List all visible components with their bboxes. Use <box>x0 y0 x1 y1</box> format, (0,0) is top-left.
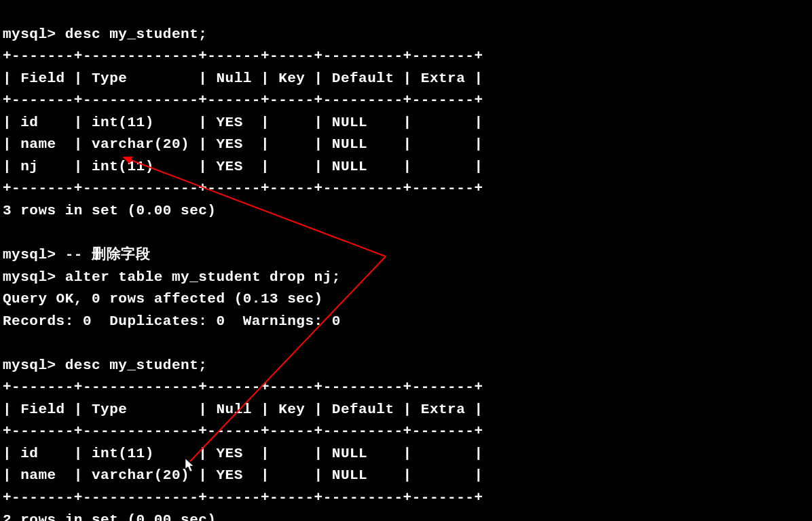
table-row: | nj | int(11) | YES | | NULL | | <box>3 159 483 174</box>
table-border: +-------+-------------+------+-----+----… <box>3 48 483 64</box>
command-desc-2: desc my_student; <box>65 358 208 373</box>
rows-in-set: 2 rows in set (0.00 sec) <box>3 512 216 521</box>
mysql-prompt: mysql> <box>3 269 56 285</box>
table-border: +-------+-------------+------+-----+----… <box>3 92 483 108</box>
table-border: +-------+-------------+------+-----+----… <box>3 379 483 395</box>
table-row: | id | int(11) | YES | | NULL | | <box>3 446 483 461</box>
table-row: | name | varchar(20) | YES | | NULL | | <box>3 467 483 483</box>
mysql-prompt: mysql> <box>3 26 56 42</box>
table-header: | Field | Type | Null | Key | Default | … <box>3 402 483 417</box>
query-ok: Query OK, 0 rows affected (0.13 sec) <box>3 291 323 307</box>
command-desc-1: desc my_student; <box>65 26 208 42</box>
table-border: +-------+-------------+------+-----+----… <box>3 490 483 505</box>
table-row: | id | int(11) | YES | | NULL | | <box>3 115 483 130</box>
command-alter: alter table my_student drop nj; <box>65 269 341 285</box>
mysql-prompt: mysql> <box>3 358 56 373</box>
records-line: Records: 0 Duplicates: 0 Warnings: 0 <box>3 313 341 329</box>
table-row: | name | varchar(20) | YES | | NULL | | <box>3 136 483 152</box>
table-border: +-------+-------------+------+-----+----… <box>3 180 483 196</box>
command-comment: -- 删除字段 <box>65 247 150 263</box>
rows-in-set: 3 rows in set (0.00 sec) <box>3 203 216 218</box>
mysql-terminal[interactable]: mysql> desc my_student; +-------+-------… <box>0 0 812 521</box>
mysql-prompt: mysql> <box>3 247 56 263</box>
table-header: | Field | Type | Null | Key | Default | … <box>3 71 483 86</box>
table-border: +-------+-------------+------+-----+----… <box>3 423 483 439</box>
